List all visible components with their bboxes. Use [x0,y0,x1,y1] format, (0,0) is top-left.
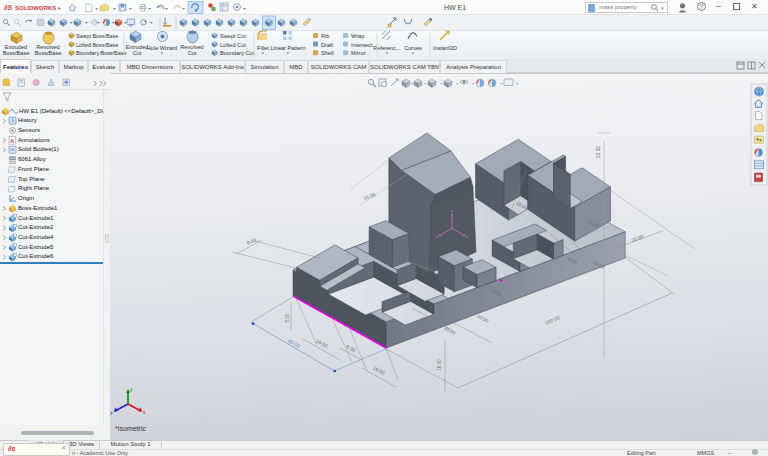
svg-text:33.00: 33.00 [476,314,489,324]
svg-text:15.00: 15.00 [362,191,376,201]
svg-text:y: y [130,386,133,392]
svg-text:16.00: 16.00 [372,365,386,376]
svg-text:22.02: 22.02 [596,146,601,158]
svg-text:x: x [143,409,146,415]
svg-text:9.00: 9.00 [246,237,257,246]
svg-text:20.00: 20.00 [630,233,644,243]
svg-text:*Isometric: *Isometric [115,425,147,432]
svg-text:z: z [110,410,113,416]
svg-text:5.00: 5.00 [285,313,290,322]
svg-text:100.00: 100.00 [544,314,561,326]
svg-text:16.00: 16.00 [437,359,442,371]
svg-text:20.00: 20.00 [443,326,456,336]
